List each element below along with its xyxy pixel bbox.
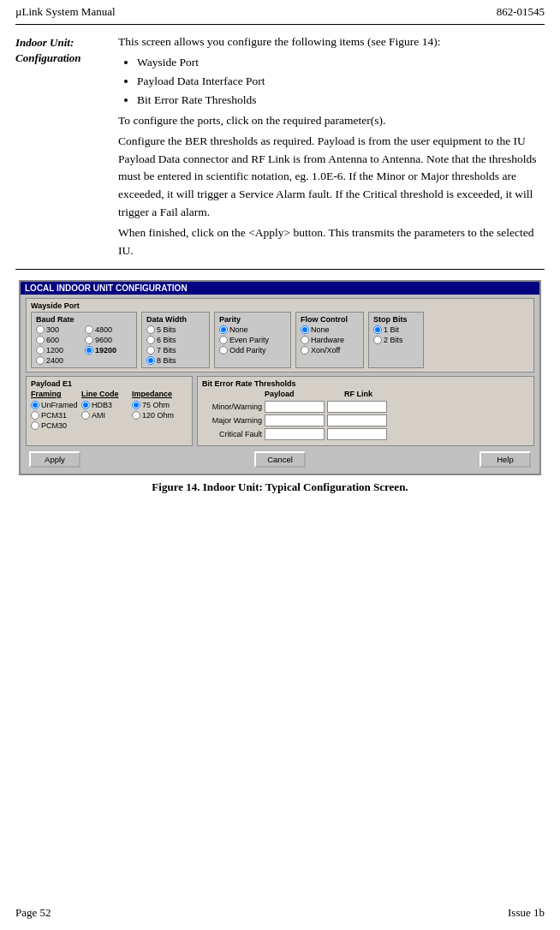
payload-e1-cols: Framing UnFramed PCM31 PCM30 Line Code H… xyxy=(31,390,188,430)
dw-8bits[interactable]: 8 Bits xyxy=(146,356,205,365)
ber-rflink-input-1[interactable] xyxy=(327,414,387,426)
para-4: When finished, click on the <Apply> butt… xyxy=(118,224,545,260)
line-code-label: Line Code xyxy=(81,390,128,398)
data-width-label: Data Width xyxy=(146,315,205,324)
dw-5bits[interactable]: 5 Bits xyxy=(146,325,205,334)
flow-control-group: Flow Control None Hardware Xon/Xoff xyxy=(295,312,364,368)
button-row: Apply Cancel Help xyxy=(26,450,534,469)
ber-label-2: Critical Fault xyxy=(202,430,262,438)
parity-label: Parity xyxy=(219,315,286,324)
footer-right: Issue 1b xyxy=(508,906,545,920)
dialog-window: LOCAL INDOOR UNIT CONFIGURATION Wayside … xyxy=(19,280,541,475)
dialog-title: LOCAL INDOOR UNIT CONFIGURATION xyxy=(25,283,188,293)
section-text: This screen allows you configure the fol… xyxy=(118,33,545,260)
ber-rflink-input-0[interactable] xyxy=(327,401,387,413)
bottom-row: Payload E1 Framing UnFramed PCM31 PCM30 … xyxy=(26,376,534,446)
imp-75ohm[interactable]: 75 Ohm xyxy=(132,401,179,409)
footer-left: Page 52 xyxy=(15,906,51,920)
parity-options: None Even Parity Odd Parity xyxy=(219,325,286,355)
page-header: µLink System Manual 862-01545 xyxy=(0,0,560,22)
flow-control-options: None Hardware Xon/Xoff xyxy=(301,325,359,355)
framing-pcm30[interactable]: PCM30 xyxy=(31,421,78,430)
para-3: Configure the BER thresholds as required… xyxy=(118,133,545,223)
section-label: Indoor Unit: Configuration xyxy=(15,33,110,260)
impedance-col: Impedance 75 Ohm 120 Ohm xyxy=(132,390,179,430)
bullet-item-3: Bit Error Rate Thresholds xyxy=(137,92,545,110)
apply-button[interactable]: Apply xyxy=(29,451,80,468)
lc-ami[interactable]: AMI xyxy=(81,411,128,420)
parity-group: Parity None Even Parity Odd Parity xyxy=(214,312,291,368)
cancel-button[interactable]: Cancel xyxy=(254,451,306,468)
header-left: µLink System Manual xyxy=(15,5,116,19)
baud-4800[interactable]: 4800 xyxy=(85,325,132,334)
ber-payload-input-0[interactable] xyxy=(265,401,325,413)
para-2: To configure the ports, click on the req… xyxy=(118,112,545,130)
header-right: 862-01545 xyxy=(497,5,545,19)
ber-section: Bit Error Rate Thresholds Payload RF Lin… xyxy=(197,376,534,446)
baud-600[interactable]: 600 xyxy=(36,336,83,344)
ber-label-1: Major Warning xyxy=(202,416,262,425)
stop-bits-options: 1 Bit 2 Bits xyxy=(373,325,419,344)
fc-none[interactable]: None xyxy=(301,325,359,334)
ber-header-row: Payload RF Link xyxy=(202,390,529,398)
dialog-body: Wayside Port Baud Rate 300 4800 600 9600… xyxy=(21,295,539,474)
baud-9600[interactable]: 9600 xyxy=(85,336,132,344)
ber-row-1: Major Warning xyxy=(202,414,529,426)
baud-300[interactable]: 300 xyxy=(36,325,83,334)
parity-none[interactable]: None xyxy=(219,325,286,334)
baud-2400[interactable]: 2400 xyxy=(36,356,83,365)
bullet-item-2: Payload Data Interface Port xyxy=(137,73,545,91)
sb-1bit[interactable]: 1 Bit xyxy=(373,325,419,334)
fc-xonxoff[interactable]: Xon/Xoff xyxy=(301,346,359,355)
stop-bits-group: Stop Bits 1 Bit 2 Bits xyxy=(368,312,424,368)
flow-control-label: Flow Control xyxy=(301,315,359,324)
sb-2bits[interactable]: 2 Bits xyxy=(373,336,419,344)
bottom-divider xyxy=(15,269,545,270)
baud-rate-group: Baud Rate 300 4800 600 9600 1200 19200 2… xyxy=(31,312,137,368)
impedance-label: Impedance xyxy=(132,390,179,398)
ber-payload-header: Payload xyxy=(265,390,342,398)
ber-rflink-input-2[interactable] xyxy=(327,428,387,440)
framing-label: Framing xyxy=(31,390,78,398)
stop-bits-label: Stop Bits xyxy=(373,315,419,324)
baud-rate-label: Baud Rate xyxy=(36,315,132,324)
framing-pcm31[interactable]: PCM31 xyxy=(31,411,78,420)
ber-label-0: Minor/Warning xyxy=(202,402,262,411)
ber-row-2: Critical Fault xyxy=(202,428,529,440)
ber-row-0: Minor/Warning xyxy=(202,401,529,413)
bullet-item-1: Wayside Port xyxy=(137,54,545,72)
ber-label: Bit Error Rate Thresholds xyxy=(202,379,529,388)
data-width-group: Data Width 5 Bits 6 Bits 7 Bits 8 Bits xyxy=(141,312,210,368)
payload-e1-section: Payload E1 Framing UnFramed PCM31 PCM30 … xyxy=(26,376,193,446)
dialog-titlebar: LOCAL INDOOR UNIT CONFIGURATION xyxy=(21,282,539,295)
main-content: Indoor Unit: Configuration This screen a… xyxy=(0,25,560,260)
page-footer: Page 52 Issue 1b xyxy=(0,899,560,923)
dw-6bits[interactable]: 6 Bits xyxy=(146,336,205,344)
parity-even[interactable]: Even Parity xyxy=(219,336,286,344)
framing-col: Framing UnFramed PCM31 PCM30 xyxy=(31,390,78,430)
framing-unframed[interactable]: UnFramed xyxy=(31,401,78,409)
lc-hdb3[interactable]: HDB3 xyxy=(81,401,128,409)
fc-hardware[interactable]: Hardware xyxy=(301,336,359,344)
help-button[interactable]: Help xyxy=(480,451,531,468)
payload-e1-label: Payload E1 xyxy=(31,379,188,388)
bullet-list: Wayside Port Payload Data Interface Port… xyxy=(118,54,545,110)
ber-payload-input-1[interactable] xyxy=(265,414,325,426)
parity-odd[interactable]: Odd Parity xyxy=(219,346,286,355)
figure-container: LOCAL INDOOR UNIT CONFIGURATION Wayside … xyxy=(0,277,560,499)
imp-120ohm[interactable]: 120 Ohm xyxy=(132,411,179,420)
data-width-options: 5 Bits 6 Bits 7 Bits 8 Bits xyxy=(146,325,205,365)
baud-rate-options: 300 4800 600 9600 1200 19200 2400 xyxy=(36,325,132,365)
baud-1200[interactable]: 1200 xyxy=(36,346,83,355)
figure-caption: Figure 14. Indoor Unit: Typical Configur… xyxy=(152,480,408,494)
line-code-col: Line Code HDB3 AMI xyxy=(81,390,128,430)
wayside-port-title: Wayside Port xyxy=(31,301,529,310)
wayside-port-section: Wayside Port Baud Rate 300 4800 600 9600… xyxy=(26,298,534,373)
ber-rflink-header: RF Link xyxy=(344,390,421,398)
ber-payload-input-2[interactable] xyxy=(265,428,325,440)
dw-7bits[interactable]: 7 Bits xyxy=(146,346,205,355)
baud-19200[interactable]: 19200 xyxy=(85,346,132,355)
wayside-top-row: Baud Rate 300 4800 600 9600 1200 19200 2… xyxy=(31,312,529,368)
